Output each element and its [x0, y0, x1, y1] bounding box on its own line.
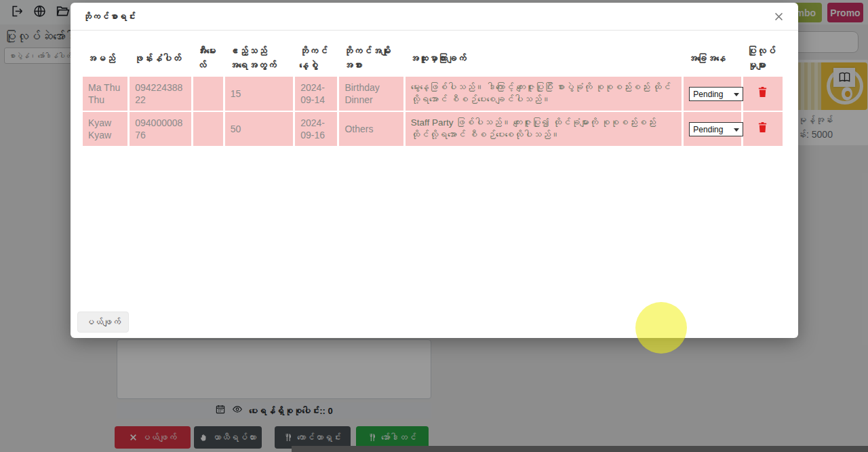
cell-name: Ma Thu Thu — [83, 77, 127, 111]
modal-title: ဘိုကင်စာရင်း — [83, 12, 136, 22]
cell-phone: 09422438822 — [130, 77, 191, 111]
table-header-row: အမည် ဖုန်းနံပါတ် အီးမေးလ် ဧည့်သည် အရေအတွ… — [83, 41, 783, 75]
col-header-actions: ပြုလုပ်မှုများ — [743, 41, 783, 75]
col-header-email: အီးမေးလ် — [193, 41, 223, 75]
booking-row: Kyaw Kyaw 09400000876 50 2024-09-16 Othe… — [83, 112, 783, 146]
col-header-status: အခြေအနေ — [684, 41, 741, 75]
status-select[interactable]: Pending — [689, 87, 743, 101]
delete-booking-button[interactable] — [757, 121, 768, 135]
col-header-type: ဘိုကင်အမျိုးအစား — [339, 41, 403, 75]
modal-header: ဘိုကင်စာရင်း — [71, 3, 798, 31]
cell-email — [193, 112, 223, 146]
booking-row: Ma Thu Thu 09422438822 15 2024-09-14 Bir… — [83, 77, 783, 111]
cell-date: 2024-09-14 — [295, 77, 337, 111]
cell-special-request: မွေးနေ့ဖြစ်ပါသည်။ ဒါကြောင့် ကျေးဇူးပြုပြ… — [406, 77, 682, 111]
cell-status: Pending — [684, 112, 741, 146]
cell-date: 2024-09-16 — [295, 112, 337, 146]
close-icon[interactable] — [771, 9, 786, 24]
modal-cancel-button[interactable]: ပယ်ဖျက် — [77, 312, 129, 333]
cell-name: Kyaw Kyaw — [83, 112, 127, 146]
col-header-date: ဘိုကင်နေ့စွဲ — [295, 41, 337, 75]
cell-special-request: Staff Party ဖြစ်ပါသည်။ ကျေးဇူးပြု၍ ထိုင်… — [406, 112, 682, 146]
col-header-guests: ဧည့်သည် အရေအတွက် — [225, 41, 293, 75]
cell-email — [193, 77, 223, 111]
col-header-request: အထူးမှာကြားချက် — [406, 41, 682, 75]
cell-type: Birthday Dinner — [339, 77, 403, 111]
cell-actions — [743, 77, 783, 111]
cell-guests: 50 — [225, 112, 293, 146]
cell-guests: 15 — [225, 77, 293, 111]
booking-table: အမည် ဖုန်းနံပါတ် အီးမေးလ် ဧည့်သည် အရေအတွ… — [81, 40, 785, 147]
trash-icon — [757, 86, 768, 98]
cell-phone: 09400000876 — [130, 112, 191, 146]
cell-status: Pending — [684, 77, 741, 111]
col-header-phone: ဖုန်းနံပါတ် — [130, 41, 191, 75]
delete-booking-button[interactable] — [757, 86, 768, 100]
cell-actions — [743, 112, 783, 146]
booking-list-modal: ဘိုကင်စာရင်း အမည် ဖုန်းနံပါတ် အီးမေးလ် ဧ… — [71, 3, 798, 338]
status-select[interactable]: Pending — [689, 122, 743, 136]
col-header-name: အမည် — [83, 41, 127, 75]
modal-body: အမည် ဖုန်းနံပါတ် အီးမေးလ် ဧည့်သည် အရေအတွ… — [71, 31, 798, 147]
cell-type: Others — [339, 112, 403, 146]
trash-icon — [757, 121, 768, 133]
